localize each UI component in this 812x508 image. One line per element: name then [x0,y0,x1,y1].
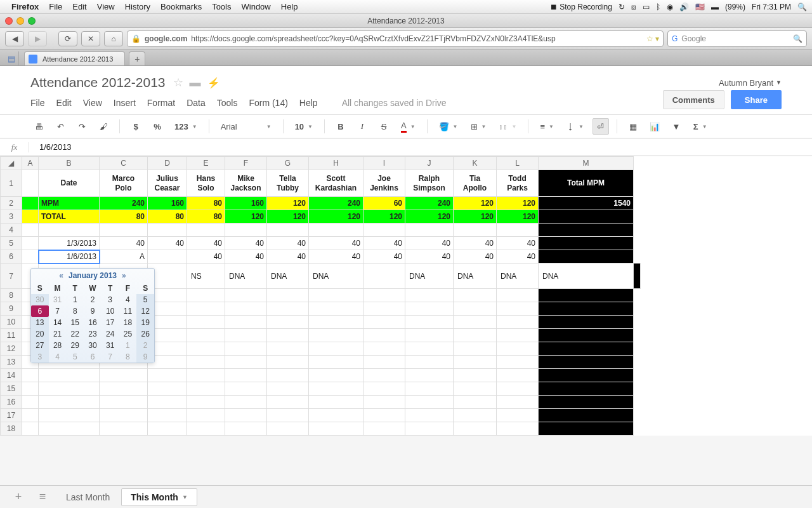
mac-menu-item[interactable]: Bookmarks [160,2,202,11]
cell[interactable] [454,302,497,316]
text-color-button[interactable]: A▼ [397,121,419,133]
doc-menu-item[interactable]: Form (14) [249,98,287,108]
cell[interactable] [405,342,454,356]
cell[interactable]: DNA [309,264,363,289]
cell[interactable]: DNA [454,264,497,289]
bluetooth-icon[interactable]: ᛒ [656,3,660,11]
search-icon[interactable]: 🔍 [793,34,802,43]
cell[interactable] [497,369,539,382]
datepicker-day[interactable]: 25 [119,328,137,340]
cell[interactable] [405,382,454,396]
row-header[interactable]: 12 [1,342,22,356]
cell[interactable] [187,316,225,329]
paint-format-icon[interactable]: 🖌 [95,118,112,135]
cell[interactable] [405,422,454,436]
cell[interactable] [100,422,148,436]
col-header[interactable]: B [39,157,100,170]
currency-button[interactable]: $ [128,118,144,135]
number-format-select[interactable]: 123▼ [171,122,201,131]
cell[interactable] [187,342,225,356]
datepicker-day[interactable]: 7 [49,305,67,317]
row-header[interactable]: 13 [1,356,22,369]
datepicker-day[interactable]: 8 [119,351,137,363]
cell[interactable] [454,289,497,302]
cell[interactable] [225,382,267,396]
font-size-select[interactable]: 10▼ [291,122,317,131]
datepicker-day[interactable]: 4 [119,294,137,305]
cell[interactable] [363,329,405,342]
cell[interactable] [497,356,539,369]
cell[interactable] [497,409,539,422]
cell[interactable]: 40 [267,250,309,264]
cell[interactable]: 40 [309,250,363,264]
home-button[interactable]: ⌂ [104,31,123,46]
cell[interactable]: 40 [363,237,405,250]
link-icon[interactable]: ▦ [625,118,641,135]
cell[interactable] [454,316,497,329]
cell[interactable] [363,422,405,436]
datepicker-day[interactable]: 11 [119,305,137,317]
star-icon[interactable]: ☆ ▾ [646,34,659,43]
sidebar-toggle-icon[interactable]: ▤ [4,51,19,65]
cell[interactable]: 40 [225,237,267,250]
mac-menu-item[interactable]: Window [242,2,271,11]
cell[interactable] [454,382,497,396]
bold-button[interactable]: B [332,118,349,135]
datepicker-day[interactable]: 29 [66,340,84,351]
cell[interactable]: 120 [267,197,309,210]
cell[interactable] [187,369,225,382]
col-header[interactable]: K [454,157,497,170]
cell[interactable]: 120 [405,210,454,224]
row-header[interactable]: 17 [1,409,22,422]
datepicker-day[interactable]: 19 [136,317,154,328]
datepicker-day[interactable]: 26 [136,328,154,340]
cell[interactable] [405,316,454,329]
folder-icon[interactable]: ▬ [190,76,201,90]
cell[interactable] [267,302,309,316]
clock-text[interactable]: Fri 7:31 PM [752,3,791,11]
cell[interactable] [267,289,309,302]
cell[interactable] [497,422,539,436]
cell[interactable] [148,224,187,237]
row-header[interactable]: 16 [1,396,22,409]
cell[interactable]: 40 [405,250,454,264]
datepicker-day[interactable]: 3 [31,351,49,363]
cell[interactable]: 160 [148,197,187,210]
cell[interactable] [363,396,405,409]
browser-search[interactable]: G Google 🔍 [667,30,807,47]
cell[interactable] [309,356,363,369]
row-header[interactable]: 7 [1,264,22,289]
col-header[interactable]: I [363,157,405,170]
datepicker-day[interactable]: 3 [102,294,119,305]
cell[interactable] [225,396,267,409]
row-header[interactable]: 6 [1,250,22,264]
col-header[interactable]: A [22,157,39,170]
doc-menu-item[interactable]: Tools [217,98,238,108]
close-icon[interactable] [5,17,13,25]
cell[interactable]: 1/3/2013 [39,237,100,250]
cell[interactable] [497,342,539,356]
cell[interactable]: 40 [454,250,497,264]
cell[interactable] [309,289,363,302]
col-header[interactable]: C [100,157,148,170]
row-header[interactable]: 11 [1,329,22,342]
cell[interactable] [497,302,539,316]
flag-icon[interactable]: 🇺🇸 [695,3,705,11]
cell[interactable]: NS [187,264,225,289]
datepicker-day[interactable]: 7 [102,351,119,363]
cell[interactable] [309,224,363,237]
halign-button[interactable]: ≡▼ [536,122,558,131]
mac-app-name[interactable]: Firefox [11,2,39,11]
cell[interactable] [225,289,267,302]
select-all-cell[interactable]: ◢ [1,157,22,170]
stop-recording-button[interactable]: ⏹ Stop Recording [550,3,612,11]
merge-button[interactable]: ⫾⫾▼ [495,122,520,131]
mac-menu-item[interactable]: File [49,2,62,11]
cell[interactable] [187,409,225,422]
cell[interactable]: 120 [225,210,267,224]
spotlight-icon[interactable]: 🔍 [797,3,807,11]
datepicker-day[interactable]: 5 [136,294,154,305]
datepicker-day[interactable]: 8 [66,305,84,317]
cell[interactable]: 40 [309,237,363,250]
datepicker-day[interactable]: 5 [66,351,84,363]
